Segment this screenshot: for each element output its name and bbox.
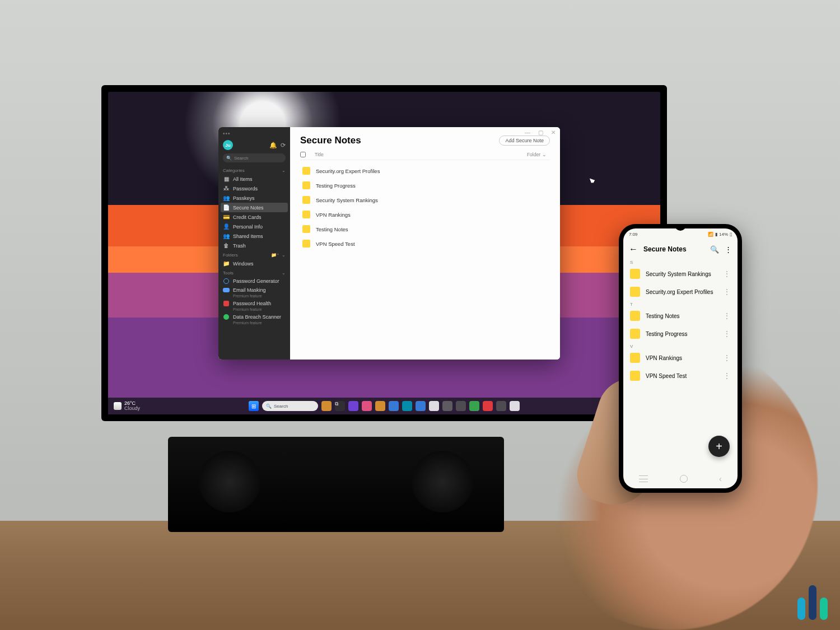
taskbar-explorer-icon[interactable] [375,401,385,411]
taskbar-app-icon[interactable] [483,401,493,411]
phone-note-row[interactable]: VPN Rankings ⋮ [623,349,738,367]
window-close-button[interactable]: ✕ [551,129,556,136]
taskbar-app-icon[interactable] [348,401,358,411]
sidebar-tool-email-masking[interactable]: Email Masking [218,286,290,295]
note-title: Testing Progress [316,183,356,189]
taskbar-chrome-icon[interactable] [429,401,439,411]
search-placeholder: Search [234,156,248,161]
phone-note-row[interactable]: Testing Notes ⋮ [623,307,738,325]
note-row[interactable]: Security System Rankings [300,193,550,207]
note-row[interactable]: VPN Rankings [300,207,550,222]
taskbar-app-icon[interactable] [402,401,412,411]
sidebar-item-label: Data Breach Scanner [233,314,281,320]
note-row[interactable]: VPN Speed Test [300,236,550,251]
taskbar-app-icon[interactable] [496,401,506,411]
phone-nav-bar: ‹ [623,469,738,488]
list-group-header: S [623,259,738,265]
column-title[interactable]: Title [315,152,324,157]
search-icon[interactable]: 🔍 [710,245,719,254]
taskbar-app-icon[interactable] [456,401,466,411]
sidebar-tool-data-breach[interactable]: Data Breach Scanner [218,312,290,321]
window-menu-dots[interactable]: ••• [218,127,290,137]
sidebar-item-label: Credit Cards [233,214,262,220]
phone-note-row[interactable]: Security.org Expert Profiles ⋮ [623,283,738,301]
column-folder[interactable]: Folder ⌄ [527,152,547,157]
taskbar-settings-icon[interactable] [442,401,452,411]
sidebar-item-all-items[interactable]: ▦ All Items [218,174,290,184]
notifications-icon[interactable]: 🔔 [269,142,277,149]
back-button[interactable]: ← [629,244,638,254]
sidebar-item-shared-items[interactable]: 👥 Shared Items [218,231,290,241]
sidebar-item-trash[interactable]: 🗑 Trash [218,241,290,250]
window-maximize-button[interactable]: ▢ [538,129,543,136]
more-options-icon[interactable]: ⋮ [725,245,732,254]
sidebar-item-passwords[interactable]: ⁂ Passwords [218,184,290,193]
sidebar-search-input[interactable]: 🔍 Search [223,153,286,162]
categories-collapse-icon[interactable]: ⌄ [282,168,286,173]
taskbar-app-icon[interactable] [362,401,372,411]
page-title: Secure Notes [300,135,361,146]
tools-header: Tools [223,270,234,276]
grid-icon: ▦ [223,176,230,182]
note-title: VPN Speed Test [316,241,355,247]
start-button[interactable]: ⊞ [249,401,259,411]
note-row-more-icon[interactable]: ⋮ [723,332,731,336]
phone-note-row[interactable]: Testing Progress ⋮ [623,325,738,343]
recents-button[interactable] [639,475,648,482]
user-avatar[interactable]: Ju [223,140,233,150]
note-file-icon [630,287,640,297]
note-row[interactable]: Testing Progress [300,178,550,193]
add-folder-icon[interactable]: 📁⁺ [271,253,279,258]
password-manager-window: — ▢ ✕ ••• Ju 🔔 ⟳ 🔍 Search [218,127,560,360]
note-file-icon [302,196,310,204]
sync-icon[interactable]: ⟳ [281,142,286,149]
taskbar-app-icon[interactable] [321,401,332,411]
premium-label: Premium feature [233,307,290,311]
taskbar-app-icon[interactable] [510,401,520,411]
phone-note-row[interactable]: VPN Speed Test ⋮ [623,367,738,385]
note-icon: 📄 [223,204,230,211]
note-row[interactable]: Security.org Expert Profiles [300,164,550,178]
phone-note-row[interactable]: Security System Rankings ⋮ [623,265,738,283]
sidebar-item-personal-info[interactable]: 👤 Personal Info [218,222,290,231]
sidebar-item-label: Password Health [233,301,271,306]
app-main-pane: Secure Notes Add Secure Note Title Folde… [290,127,560,360]
taskbar-app-icon[interactable] [469,401,479,411]
sidebar-tool-password-health[interactable]: Password Health [218,299,290,308]
add-secure-note-button[interactable]: Add Secure Note [499,136,550,146]
list-group-header: T [623,301,738,307]
sidebar-item-credit-cards[interactable]: 💳 Credit Cards [218,212,290,222]
taskbar-weather-widget[interactable]: 26°C Cloudy [108,401,146,411]
back-nav-button[interactable]: ‹ [719,474,722,483]
folders-collapse-icon[interactable]: ⌄ [282,253,286,258]
taskbar-app-icon[interactable] [389,401,399,411]
phone-note-title: Security System Rankings [646,271,717,277]
sidebar-item-secure-notes[interactable]: 📄 Secure Notes [221,203,288,212]
note-row-more-icon[interactable]: ⋮ [723,314,731,318]
categories-header: Categories [223,168,245,173]
note-row-more-icon[interactable]: ⋮ [723,272,731,276]
sidebar-item-label: Passwords [233,186,258,192]
window-minimize-button[interactable]: — [525,129,530,136]
home-button[interactable] [680,475,688,483]
note-row[interactable]: Testing Notes [300,222,550,236]
note-row-more-icon[interactable]: ⋮ [723,356,731,360]
note-row-more-icon[interactable]: ⋮ [723,374,731,378]
note-file-icon [630,353,640,363]
generator-icon [223,278,230,284]
taskbar-search-input[interactable]: 🔍 Search [262,401,318,411]
list-group-header: V [623,343,738,349]
sidebar-tool-password-generator[interactable]: Password Generator [218,277,290,286]
sidebar-item-passkeys[interactable]: 👥 Passkeys [218,193,290,203]
shared-icon: 👥 [223,233,230,239]
tools-collapse-icon[interactable]: ⌄ [282,270,286,276]
note-row-more-icon[interactable]: ⋮ [723,290,731,294]
phone-app-bar: ← Secure Notes 🔍 ⋮ [623,240,738,259]
add-note-fab[interactable]: + [708,436,730,457]
sidebar-folder-windows[interactable]: 📁 Windows [218,259,290,268]
taskbar-app-icon[interactable] [416,401,426,411]
taskbar-task-view-icon[interactable]: ⧉ [335,401,345,411]
phone-note-title: VPN Rankings [646,355,717,361]
select-all-checkbox[interactable] [300,152,306,157]
battery-label: 14% [719,232,728,237]
